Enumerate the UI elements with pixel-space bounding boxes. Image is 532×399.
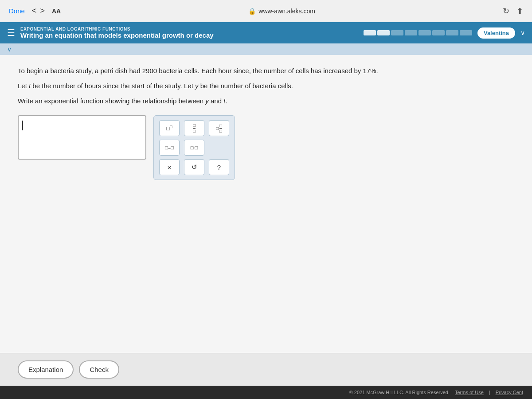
problem-line1: To begin a bacteria study, a petri dish … [18, 66, 514, 76]
lock-icon: 🔒 [248, 8, 256, 15]
help-icon: ? [217, 164, 221, 171]
line2-mid: be the number of hours since the start o… [31, 82, 195, 90]
variable-y2: y [205, 97, 209, 105]
content-area: To begin a bacteria study, a petri dish … [0, 55, 532, 353]
toolbar-row-3: × ↺ ? [159, 159, 229, 175]
hamburger-menu[interactable]: ☰ [7, 27, 15, 38]
forward-button[interactable]: > [40, 6, 45, 16]
collapse-row: ∨ [0, 43, 532, 55]
fraction-symbol: □ □ [193, 123, 196, 133]
user-badge[interactable]: Valentina [477, 27, 515, 39]
multiply-button[interactable]: □·□ [184, 140, 204, 156]
line2-prefix: Let [18, 82, 29, 90]
header-subtitle: EXPONENTIAL AND LOGARITHMIC FUNCTIONS [20, 27, 214, 31]
bottom-bar: Explanation Check [0, 353, 532, 386]
fraction-button[interactable]: □ □ [184, 120, 204, 136]
line3-period: . [225, 97, 227, 105]
multiply-symbol: □·□ [191, 145, 198, 150]
superscript-button[interactable]: □□ [159, 120, 180, 136]
header-left: ☰ EXPONENTIAL AND LOGARITHMIC FUNCTIONS … [7, 27, 214, 39]
browser-actions: ↻ ⬆ [503, 6, 523, 16]
mixed-number-symbol: □ □ □ [216, 123, 222, 133]
progress-bar [364, 30, 472, 35]
title-block: EXPONENTIAL AND LOGARITHMIC FUNCTIONS Wr… [20, 27, 214, 39]
mixed-number-button[interactable]: □ □ □ [209, 120, 229, 136]
clear-button[interactable]: × [159, 159, 180, 175]
toolbar-row-2: □=□ □·□ [159, 140, 229, 156]
progress-seg-7 [446, 30, 458, 35]
undo-icon: ↺ [192, 163, 197, 171]
progress-seg-1 [364, 30, 376, 35]
browser-bar: Done < > AA 🔒 www-awn.aleks.com ↻ ⬆ [0, 0, 532, 22]
progress-seg-3 [391, 30, 403, 35]
collapse-icon[interactable]: ∨ [7, 46, 12, 53]
url-bar[interactable]: 🔒 www-awn.aleks.com [68, 8, 496, 15]
toolbar-row-1: □□ □ □ □ □ [159, 120, 229, 136]
progress-seg-5 [419, 30, 431, 35]
done-button[interactable]: Done [9, 7, 25, 15]
header-title: Writing an equation that models exponent… [20, 31, 214, 39]
line2-suffix: be the number of bacteria cells. [198, 82, 293, 90]
check-button[interactable]: Check [79, 360, 119, 379]
aleks-header: ☰ EXPONENTIAL AND LOGARITHMIC FUNCTIONS … [0, 22, 532, 43]
undo-button[interactable]: ↺ [184, 159, 204, 175]
line3-and: and [211, 97, 222, 105]
url-text: www-awn.aleks.com [258, 8, 315, 15]
problem-line2: Let t be the number of hours since the s… [18, 81, 514, 91]
browser-navigation: < > [32, 6, 45, 16]
terms-link[interactable]: Terms of Use [455, 390, 484, 395]
privacy-link[interactable]: Privacy Cent [496, 390, 523, 395]
copyright-text: © 2021 McGraw Hill LLC. All Rights Reser… [349, 390, 450, 395]
progress-seg-8 [460, 30, 472, 35]
header-right: Valentina ∨ [364, 27, 525, 39]
back-button[interactable]: < [32, 6, 37, 16]
equals-symbol: □=□ [165, 145, 174, 150]
answer-row: □□ □ □ □ □ [18, 115, 514, 180]
chevron-down-icon[interactable]: ∨ [520, 29, 525, 36]
help-button[interactable]: ? [209, 159, 229, 175]
problem-line3: Write an exponential function showing th… [18, 96, 514, 106]
answer-input-box[interactable] [18, 115, 146, 160]
explanation-button[interactable]: Explanation [18, 360, 74, 379]
refresh-icon[interactable]: ↻ [503, 6, 509, 16]
footer-separator: | [489, 390, 490, 395]
equals-button[interactable]: □=□ [159, 140, 180, 156]
clear-icon: × [168, 164, 172, 171]
share-icon[interactable]: ⬆ [516, 6, 523, 16]
answer-cursor [22, 121, 23, 130]
progress-seg-4 [405, 30, 417, 35]
main-wrapper: ☰ EXPONENTIAL AND LOGARITHMIC FUNCTIONS … [0, 22, 532, 386]
footer: © 2021 McGraw Hill LLC. All Rights Reser… [0, 386, 532, 399]
progress-seg-2 [377, 30, 390, 35]
math-toolbar: □□ □ □ □ □ [153, 115, 235, 180]
progress-seg-6 [432, 30, 445, 35]
font-size-control[interactable]: AA [52, 8, 61, 15]
superscript-symbol: □□ [166, 125, 172, 132]
line3-prefix: Write an exponential function showing th… [18, 97, 205, 105]
